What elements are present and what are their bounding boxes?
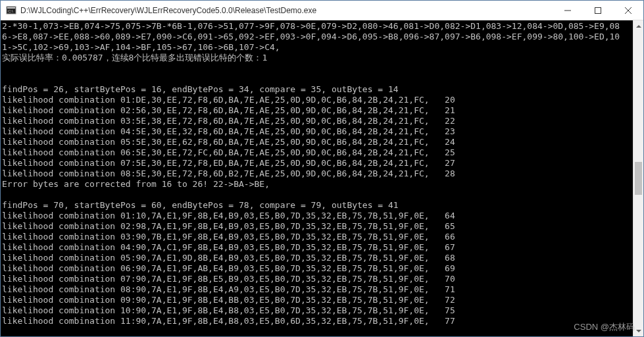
console-line	[2, 190, 642, 200]
console-output[interactable]: 2-*30-1,073->EB,074->75,075->7B-*6B-1,07…	[1, 20, 643, 336]
console-line: likelihood combination 05:90,7A,E1,9D,8B…	[2, 253, 642, 263]
svg-rect-1	[7, 7, 15, 9]
console-line: likelihood combination 10:90,7A,E1,9F,8B…	[2, 305, 642, 316]
scrollbar-thumb[interactable]	[635, 162, 642, 195]
svg-text:C:\: C:\	[8, 9, 13, 13]
chevron-down-icon	[636, 330, 641, 332]
chevron-up-icon	[636, 25, 641, 28]
console-line: likelihood combination 08:5E,30,EE,72,F8…	[2, 168, 642, 179]
console-line: findPos = 26, startBytePos = 16, endByte…	[2, 84, 642, 95]
window-controls	[553, 1, 643, 20]
scroll-up-button[interactable]	[633, 20, 643, 32]
console-line: likelihood combination 03:90,7B,E1,9F,8B…	[2, 232, 642, 242]
app-window: C:\ D:\WJLCoding\C++\ErrRecovery\WJLErrR…	[0, 0, 644, 337]
app-icon: C:\	[6, 5, 16, 16]
console-line: likelihood combination 01:10,7A,E1,9F,8B…	[2, 211, 642, 221]
console-line: 2-*30-1,073->EB,074->75,075->7B-*6B-1,07…	[2, 21, 642, 32]
titlebar[interactable]: C:\ D:\WJLCoding\C++\ErrRecovery\WJLErrR…	[1, 1, 643, 20]
svg-rect-4	[595, 7, 601, 13]
console-line: likelihood combination 06:90,7A,E1,9F,AB…	[2, 263, 642, 274]
scroll-down-button[interactable]	[633, 325, 643, 336]
console-line	[2, 74, 642, 84]
console-line: 1->5C,102->69,103->AF,104->BF,105->67,10…	[2, 42, 642, 53]
console-line	[2, 63, 642, 74]
console-line: likelihood combination 02:56,30,EE,72,F8…	[2, 105, 642, 116]
console-line: likelihood combination 05:5E,30,EE,62,F8…	[2, 137, 642, 147]
console-line: Error bytes are corrected from 16 to 26!…	[2, 179, 642, 190]
console-line: likelihood combination 07:5E,30,EE,72,F8…	[2, 158, 642, 168]
console-line: likelihood combination 03:5E,38,EE,72,F8…	[2, 116, 642, 126]
console-line: likelihood combination 07:90,7A,E1,9F,8B…	[2, 274, 642, 284]
minimize-button[interactable]	[553, 1, 583, 20]
console-line: likelihood combination 11:90,7A,E1,9F,8B…	[2, 316, 642, 326]
console-line: 实际误比特率：0.005787，连续8个比特最多出现错误比特的个数：1	[2, 53, 642, 63]
console-line: likelihood combination 01:DE,30,EE,72,F8…	[2, 95, 642, 105]
maximize-button[interactable]	[583, 1, 613, 20]
window-title: D:\WJLCoding\C++\ErrRecovery\WJLErrRecov…	[20, 6, 553, 15]
close-button[interactable]	[613, 1, 643, 20]
console-line: likelihood combination 04:90,7A,C1,9F,8B…	[2, 242, 642, 253]
console-line: likelihood combination 04:5E,30,EE,32,F8…	[2, 126, 642, 137]
console-line: likelihood combination 06:5E,30,EE,72,FC…	[2, 147, 642, 158]
console-line: likelihood combination 08:90,7A,E1,9F,8B…	[2, 284, 642, 295]
console-line: likelihood combination 09:90,7A,E1,9F,8B…	[2, 295, 642, 305]
vertical-scrollbar[interactable]	[633, 20, 643, 336]
console-line: 6->E8,087->EE,088->60,089->E7,090->C6,09…	[2, 32, 642, 42]
console-line: findPos = 70, startBytePos = 60, endByte…	[2, 200, 642, 211]
console-line: likelihood combination 02:98,7A,E1,9F,8B…	[2, 221, 642, 232]
